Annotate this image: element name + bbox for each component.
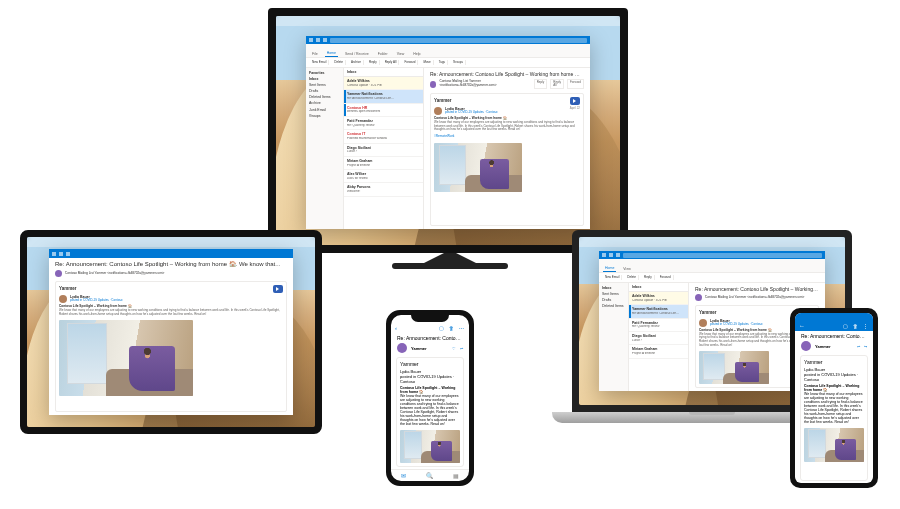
window-max-icon[interactable] bbox=[323, 38, 327, 42]
ribbon-tab-home[interactable]: Home bbox=[325, 50, 338, 57]
list-item[interactable]: Adele Wilkins Contoso update · 3:21 PM bbox=[629, 292, 688, 305]
new-email-button[interactable]: New Email bbox=[310, 60, 329, 66]
msg-subject: Lunch? bbox=[632, 339, 685, 343]
reading-reply-all-button[interactable]: Reply All bbox=[550, 79, 564, 89]
list-item[interactable]: Adele Wilkins Contoso update · 3:21 PM bbox=[344, 77, 423, 90]
ribbon-tab-sendreceive[interactable]: Send / Receive bbox=[343, 51, 371, 57]
window-max-icon[interactable] bbox=[616, 253, 620, 257]
more-icon[interactable]: ⋯ bbox=[459, 325, 465, 331]
forward-button[interactable]: Forward bbox=[658, 275, 674, 281]
folder-nav[interactable]: Favorites Inbox Sent Items Drafts Delete… bbox=[306, 68, 344, 229]
card-brand: Yammer bbox=[400, 361, 419, 367]
reply-button[interactable]: Reply bbox=[642, 275, 655, 281]
archive-icon[interactable]: ▢ bbox=[439, 325, 445, 331]
nav-deleted[interactable]: Deleted Items bbox=[602, 304, 625, 309]
poster-meta[interactable]: posted in COVID-19 Updates · Contoso bbox=[70, 299, 123, 303]
sender-avatar bbox=[55, 270, 62, 277]
reading-forward-button[interactable]: Forward bbox=[567, 79, 584, 89]
window-close-icon[interactable] bbox=[602, 253, 606, 257]
reply-button[interactable]: Reply bbox=[367, 60, 380, 66]
list-item[interactable]: Alex Wilber Docs for review bbox=[344, 170, 423, 183]
ribbon-tab-home[interactable]: Home bbox=[603, 265, 616, 272]
message-list[interactable]: Inbox Adele Wilkins Contoso update · 3:2… bbox=[344, 68, 424, 229]
window-min-icon[interactable] bbox=[59, 252, 63, 256]
search-input[interactable] bbox=[623, 253, 822, 258]
reply-all-icon[interactable]: ↪ bbox=[864, 344, 867, 349]
tab-calendar-icon[interactable]: ▦ bbox=[453, 472, 459, 479]
list-item[interactable]: Contoso IT Planned maintenance window bbox=[344, 130, 423, 143]
list-item[interactable]: Diego Siciliani Lunch? bbox=[629, 332, 688, 345]
ribbon-tab-view[interactable]: View bbox=[621, 266, 633, 272]
window-close-icon[interactable] bbox=[52, 252, 56, 256]
list-item[interactable]: Contoso HR Benefits open enrollment bbox=[344, 104, 423, 117]
nav-deleted[interactable]: Deleted Items bbox=[309, 95, 340, 100]
window-titlebar bbox=[49, 249, 293, 258]
ribbon-tab-view[interactable]: View bbox=[395, 51, 407, 57]
more-icon[interactable]: ⋮ bbox=[863, 323, 869, 329]
poster-meta[interactable]: posted in COVID-19 Updates · Contoso bbox=[400, 374, 460, 384]
nav-sent[interactable]: Sent Items bbox=[309, 82, 340, 87]
poster-meta[interactable]: posted in COVID-19 Updates · Contoso bbox=[710, 323, 763, 327]
nav-drafts[interactable]: Drafts bbox=[602, 297, 625, 302]
msg-subject: Docs for review bbox=[347, 177, 420, 181]
reading-reply-button[interactable]: Reply bbox=[534, 79, 548, 89]
folder-nav[interactable]: Inbox Sent Items Drafts Deleted Items bbox=[599, 283, 629, 391]
like-icon[interactable]: ♡ bbox=[452, 346, 456, 351]
post-tag[interactable]: #RemoteWork bbox=[434, 135, 580, 139]
window-titlebar bbox=[306, 36, 590, 44]
window-max-icon[interactable] bbox=[66, 252, 70, 256]
nav-groups[interactable]: Groups bbox=[309, 113, 340, 118]
delete-button[interactable]: Delete bbox=[625, 275, 639, 281]
move-button[interactable]: Move bbox=[421, 60, 433, 66]
list-item[interactable]: Diego Siciliani Lunch? bbox=[344, 144, 423, 157]
reply-all-button[interactable]: Reply All bbox=[383, 60, 400, 66]
window-close-icon[interactable] bbox=[309, 38, 313, 42]
post-date: April 22 bbox=[570, 107, 580, 111]
new-email-button[interactable]: New Email bbox=[603, 275, 622, 281]
msg-from: Miriam Graham bbox=[347, 159, 420, 163]
ribbon-tab-file[interactable]: File bbox=[310, 51, 320, 57]
back-button[interactable]: ‹ bbox=[395, 325, 397, 331]
nav-favorites[interactable]: Favorites bbox=[309, 70, 340, 75]
window-min-icon[interactable] bbox=[609, 253, 613, 257]
ribbon-tab-help[interactable]: Help bbox=[411, 51, 422, 57]
list-item[interactable]: Yammer Notifications Re: Announcement: C… bbox=[629, 305, 688, 318]
list-item[interactable]: Abby Parsons Welcome! bbox=[344, 183, 423, 196]
ribbon-tab-folder[interactable]: Folder bbox=[376, 51, 390, 57]
nav-junk[interactable]: Junk Email bbox=[309, 107, 340, 112]
reply-icon[interactable]: ↩ bbox=[460, 346, 463, 351]
msg-subject: Benefits open enrollment bbox=[347, 110, 420, 114]
tags-button[interactable]: Tags bbox=[437, 60, 448, 66]
poster-meta[interactable]: posted in COVID-19 Updates · Contoso bbox=[804, 372, 864, 382]
window-min-icon[interactable] bbox=[316, 38, 320, 42]
list-item[interactable]: Miriam Graham Project A timeline bbox=[629, 345, 688, 358]
reply-icon[interactable]: ↩ bbox=[857, 344, 860, 349]
msg-from: Diego Siciliani bbox=[347, 146, 420, 150]
list-item[interactable]: Miriam Graham Project A timeline bbox=[344, 157, 423, 170]
trash-icon[interactable]: 🗑 bbox=[449, 325, 455, 331]
ribbon-toolbar: New Email Delete Archive Reply Reply All… bbox=[306, 58, 590, 68]
nav-inbox[interactable]: Inbox bbox=[309, 76, 340, 81]
ios-statusbar bbox=[391, 315, 469, 323]
yammer-icon[interactable] bbox=[570, 97, 580, 105]
nav-drafts[interactable]: Drafts bbox=[309, 89, 340, 94]
nav-inbox[interactable]: Inbox bbox=[602, 285, 625, 290]
nav-sent[interactable]: Sent Items bbox=[602, 291, 625, 296]
tab-mail-icon[interactable]: ✉ bbox=[401, 472, 406, 479]
trash-icon[interactable]: 🗑 bbox=[853, 323, 859, 329]
list-item[interactable]: Yammer Notifications Re: Announcement: C… bbox=[344, 90, 423, 103]
message-list[interactable]: Inbox Adele Wilkins Contoso update · 3:2… bbox=[629, 283, 689, 391]
archive-button[interactable]: Archive bbox=[349, 60, 364, 66]
forward-button[interactable]: Forward bbox=[402, 60, 418, 66]
archive-icon[interactable]: ▢ bbox=[843, 323, 849, 329]
list-item[interactable]: Patti Fernandez Re: Quarterly review bbox=[629, 319, 688, 332]
search-input[interactable] bbox=[330, 38, 587, 43]
yammer-icon[interactable] bbox=[273, 285, 283, 293]
nav-archive[interactable]: Archive bbox=[309, 101, 340, 106]
delete-button[interactable]: Delete bbox=[332, 60, 346, 66]
poster-meta[interactable]: posted in COVID-19 Updates · Contoso bbox=[445, 111, 498, 115]
tab-search-icon[interactable]: 🔍 bbox=[426, 472, 433, 479]
list-item[interactable]: Patti Fernandez Re: Quarterly review bbox=[344, 117, 423, 130]
groups-button[interactable]: Groups bbox=[451, 60, 466, 66]
back-button[interactable]: ← bbox=[799, 323, 805, 329]
